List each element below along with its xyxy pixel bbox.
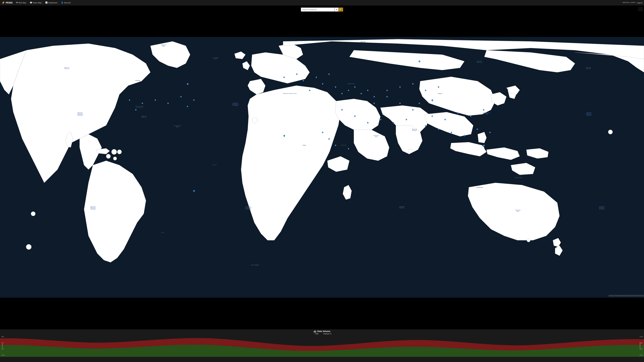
nav-links: 🗺 Risk Map 📰 News Map 📊 Dashboard 👤 Acco… [14, 1, 244, 4]
map-container[interactable]: Gulf ofAlaska Gulf ofAlaska HudsonBay La… [0, 5, 244, 137]
news-map-label: News Map [33, 2, 42, 4]
logo[interactable]: ⚡ PEWS [0, 1, 14, 4]
logo-text: PEWS [6, 1, 12, 4]
risk-map-link[interactable]: 🗺 Risk Map [14, 1, 28, 4]
dashboard-label: Dashboard [48, 2, 57, 4]
news-map-icon: 📰 [30, 1, 32, 4]
account-icon: 👤 [61, 1, 64, 4]
navbar: ⚡ PEWS 🗺 Risk Map 📰 News Map 📊 Dashboard… [0, 0, 244, 5]
dashboard-icon: 📊 [45, 1, 48, 4]
world-map-svg [0, 5, 244, 137]
news-map-link[interactable]: 📰 News Map [28, 1, 43, 4]
account-link[interactable]: 👤 Account [59, 1, 72, 4]
dashboard-link[interactable]: 📊 Dashboard [44, 1, 59, 4]
logo-icon: ⚡ [2, 1, 5, 4]
risk-map-icon: 🗺 [16, 2, 18, 4]
account-label: Account [64, 2, 71, 4]
risk-map-label: Risk Map [18, 2, 26, 4]
